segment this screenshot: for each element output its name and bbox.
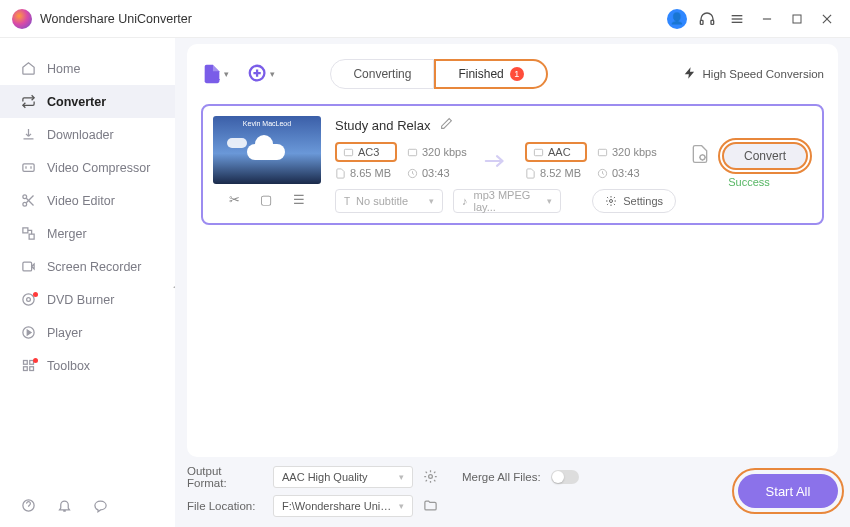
sidebar-item-downloader[interactable]: Downloader	[0, 118, 175, 151]
tab-finished[interactable]: Finished1	[434, 59, 547, 89]
convert-button[interactable]: Convert	[722, 142, 808, 170]
svg-point-10	[22, 195, 26, 199]
svg-rect-22	[29, 361, 33, 365]
svg-point-35	[700, 154, 705, 159]
sidebar-label: Merger	[47, 227, 87, 241]
src-size: 8.65 MB	[335, 167, 397, 179]
scissors-icon	[20, 193, 36, 209]
thumbnail[interactable]: Kevin MacLeod	[213, 116, 321, 184]
bolt-icon	[683, 66, 697, 82]
sidebar-item-editor[interactable]: Video Editor	[0, 184, 175, 217]
user-avatar[interactable]: 👤	[666, 8, 688, 30]
svg-marker-20	[27, 330, 31, 335]
dst-duration: 03:43	[597, 167, 659, 179]
add-folder-icon[interactable]	[247, 63, 269, 85]
dst-bitrate: 320 kbps	[597, 142, 659, 162]
svg-point-34	[610, 200, 613, 203]
status-text: Success	[728, 176, 770, 188]
sidebar-item-converter[interactable]: Converter	[0, 85, 175, 118]
sidebar-item-merger[interactable]: Merger	[0, 217, 175, 250]
finished-badge: 1	[510, 67, 524, 81]
output-format-label: Output Format:	[187, 465, 263, 489]
app-title: Wondershare UniConverter	[40, 12, 192, 26]
dvd-icon	[20, 292, 36, 308]
sidebar: Home Converter Downloader Video Compress…	[0, 38, 175, 527]
svg-point-36	[429, 474, 433, 478]
open-folder-icon[interactable]	[423, 498, 438, 515]
src-duration: 03:43	[407, 167, 469, 179]
tab-converting[interactable]: Converting	[330, 59, 434, 89]
add-folder-chev[interactable]: ▾	[270, 69, 275, 79]
svg-rect-29	[408, 149, 416, 155]
sidebar-label: Video Editor	[47, 194, 115, 208]
sidebar-label: Video Compressor	[47, 161, 150, 175]
arrow-icon	[483, 151, 511, 171]
merger-icon	[20, 226, 36, 242]
svg-rect-31	[534, 149, 542, 155]
src-bitrate: 320 kbps	[407, 142, 469, 162]
headset-icon[interactable]	[696, 8, 718, 30]
output-settings-gear[interactable]	[423, 469, 438, 486]
thumb-author: Kevin MacLeod	[213, 120, 321, 127]
svg-rect-32	[598, 149, 606, 155]
output-settings-icon[interactable]	[690, 144, 710, 168]
menu-icon[interactable]	[726, 8, 748, 30]
sidebar-item-compressor[interactable]: Video Compressor	[0, 151, 175, 184]
help-icon[interactable]	[20, 497, 36, 513]
effect-icon[interactable]: ☰	[293, 192, 305, 207]
sidebar-item-home[interactable]: Home	[0, 52, 175, 85]
settings-button[interactable]: Settings	[592, 189, 676, 213]
sidebar-label: Screen Recorder	[47, 260, 142, 274]
minimize-icon[interactable]	[756, 8, 778, 30]
trim-icon[interactable]: ✂	[229, 192, 240, 207]
add-file-icon[interactable]: +	[201, 63, 223, 85]
bell-icon[interactable]	[56, 497, 72, 513]
svg-rect-28	[344, 149, 352, 155]
player-icon	[20, 325, 36, 341]
file-card: Kevin MacLeod ✂ ▢ ☰ Study and Relax	[201, 104, 824, 225]
home-icon	[20, 61, 36, 77]
start-all-button[interactable]: Start All	[738, 474, 838, 508]
crop-icon[interactable]: ▢	[260, 192, 272, 207]
compressor-icon	[20, 160, 36, 176]
recorder-icon	[20, 259, 36, 275]
add-file-chev[interactable]: ▾	[224, 69, 229, 79]
subtitle-dropdown[interactable]: TNo subtitle▾	[335, 189, 443, 213]
audio-preset-dropdown[interactable]: ♪mp3 MPEG lay...▾	[453, 189, 561, 213]
sidebar-item-player[interactable]: Player	[0, 316, 175, 349]
close-icon[interactable]	[816, 8, 838, 30]
rename-icon[interactable]	[440, 116, 453, 134]
maximize-icon[interactable]	[786, 8, 808, 30]
sidebar-item-toolbox[interactable]: Toolbox	[0, 349, 175, 382]
svg-rect-21	[23, 361, 27, 365]
output-format-dropdown[interactable]: AAC High Quality▾	[273, 466, 413, 488]
svg-rect-16	[22, 262, 31, 271]
sidebar-item-recorder[interactable]: Screen Recorder	[0, 250, 175, 283]
app-logo	[12, 9, 32, 29]
toolbox-icon	[20, 358, 36, 374]
src-format: AC3	[335, 142, 397, 162]
sidebar-item-dvd[interactable]: DVD Burner	[0, 283, 175, 316]
converter-icon	[20, 94, 36, 110]
merge-label: Merge All Files:	[462, 471, 541, 483]
svg-rect-23	[23, 367, 27, 371]
svg-rect-14	[22, 228, 27, 233]
sidebar-label: Home	[47, 62, 80, 76]
sidebar-label: Toolbox	[47, 359, 90, 373]
high-speed-toggle[interactable]: High Speed Conversion	[683, 66, 824, 82]
sidebar-label: DVD Burner	[47, 293, 114, 307]
svg-rect-6	[793, 15, 801, 23]
svg-rect-1	[711, 20, 714, 24]
svg-rect-24	[29, 367, 33, 371]
file-location-label: File Location:	[187, 500, 263, 512]
svg-rect-9	[22, 164, 33, 172]
dst-format: AAC	[525, 142, 587, 162]
feedback-icon[interactable]	[92, 497, 108, 513]
dst-size: 8.52 MB	[525, 167, 587, 179]
file-location-dropdown[interactable]: F:\Wondershare UniConverter▾	[273, 495, 413, 517]
merge-toggle[interactable]	[551, 470, 579, 484]
svg-point-18	[26, 298, 30, 302]
svg-text:+: +	[214, 73, 220, 85]
svg-point-17	[22, 294, 33, 305]
svg-rect-15	[29, 234, 34, 239]
